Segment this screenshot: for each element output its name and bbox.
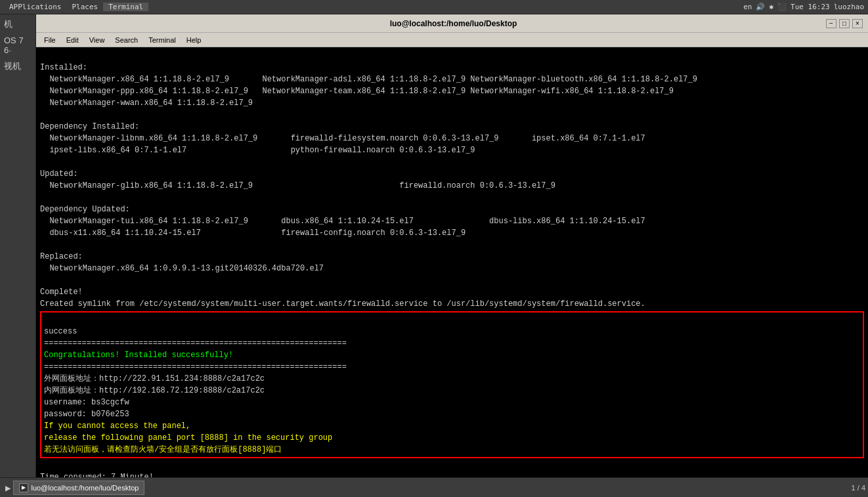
expand-arrow[interactable]: ▶ [3, 483, 13, 493]
applications-menu[interactable]: APPlications [4, 3, 66, 11]
menu-edit[interactable]: Edit [61, 35, 84, 45]
terminal-content[interactable]: Installed: NetworkManager.x86_64 1:1.18.… [36, 47, 868, 477]
taskbar: ▶ ▶ luo@localhost:/home/luo/Desktop 1 / … [0, 477, 868, 497]
menu-view[interactable]: View [84, 35, 110, 45]
sidebar-text-1: 机 [1, 17, 34, 32]
complete-label: Complete! [40, 288, 83, 297]
volume-icon: 🔊 [756, 3, 765, 11]
taskbar-item-label: luo@localhost:/home/luo/Desktop [31, 484, 139, 492]
time-consumed: Time consumed: 7 Minute! [40, 473, 154, 477]
installed-label: Installed: [40, 63, 87, 72]
dupd1: NetworkManager-tui.x86_64 1:1.18.8-2.el7… [40, 217, 645, 226]
menu-terminal[interactable]: Terminal [143, 35, 181, 45]
terminal-menu[interactable]: Terminal [103, 3, 148, 11]
upd1: NetworkManager-glib.x86_64 1:1.18.8-2.el… [40, 181, 555, 190]
system-bar: APPlications Places Terminal en 🔊 ✱ ⬛ Tu… [0, 0, 868, 14]
username-line: username: bs3cgcfw [44, 398, 129, 407]
terminal-window: luo@localhost:/home/luo/Desktop − □ × Fi… [36, 14, 868, 477]
warning1: If you cannot access the panel, [44, 421, 190, 431]
success-text: success [44, 327, 77, 336]
dep2: ipset-libs.x86_64 0:7.1-1.el7 python-fir… [40, 146, 475, 155]
password-line: password: b076e253 [44, 410, 129, 419]
taskbar-pagination: 1 / 4 [852, 484, 865, 492]
sep2: ========================================… [44, 362, 347, 372]
congrats-text: Congratulations! Installed successfully! [44, 351, 233, 360]
locale-indicator: en [743, 3, 752, 11]
menu-file[interactable]: File [39, 35, 61, 45]
nm-line3: NetworkManager-wwan.x86_64 1:1.18.8-2.el… [40, 98, 253, 108]
close-button[interactable]: × [852, 19, 863, 28]
warning2: release the following panel port [8888] … [44, 433, 332, 443]
dupd2: dbus-x11.x86_64 1:1.10.24-15.el7 firewal… [40, 228, 466, 238]
system-bar-right: en 🔊 ✱ ⬛ Tue 16:23 luozhao [743, 3, 864, 11]
menu-search[interactable]: Search [110, 35, 143, 45]
updated-label: Updated: [40, 169, 78, 179]
dep-installed-label: Dependency Installed: [40, 122, 139, 131]
bluetooth-icon: ✱ [769, 3, 773, 11]
replaced-label: Replaced: [40, 252, 83, 261]
maximize-button[interactable]: □ [839, 19, 850, 28]
clock: Tue 16:23 [791, 3, 830, 11]
symlink-line: Created symlink from /etc/systemd/system… [40, 299, 645, 309]
success-box: success ================================… [40, 311, 864, 458]
nm-line2: NetworkManager-ppp.x86_64 1:1.18.8-2.el7… [40, 87, 674, 96]
rep1: NetworkManager.x86_64 1:0.9.9.1-13.git20… [40, 264, 324, 273]
dep-updated-label: Dependency Updated: [40, 205, 130, 214]
network-icon: ⬛ [777, 3, 787, 11]
terminal-window-controls: − □ × [826, 19, 863, 28]
minimize-button[interactable]: − [826, 19, 836, 28]
taskbar-terminal-item[interactable]: ▶ luo@localhost:/home/luo/Desktop [13, 481, 144, 495]
sep1: ========================================… [44, 339, 347, 348]
external-url: 外网面板地址：http://222.91.151.234:8888/c2a17c… [44, 374, 265, 383]
places-menu[interactable]: Places [66, 3, 103, 11]
terminal-title: luo@localhost:/home/luo/Desktop [81, 19, 826, 28]
sidebar-text-3: 视机 [1, 59, 34, 74]
internal-url: 内网面板地址：http://192.168.72.129:8888/c2a17c… [44, 386, 265, 395]
menu-help[interactable]: Help [181, 35, 207, 45]
dep1: NetworkManager-libnm.x86_64 1:1.18.8-2.e… [40, 134, 645, 143]
sidebar-text-2: OS 7 6· [1, 34, 34, 56]
warning3: 若无法访问面板，请检查防火墙/安全组是否有放行面板[8888]端口 [44, 445, 282, 454]
nm-line1: NetworkManager.x86_64 1:1.18.8-2.el7_9 N… [40, 75, 697, 84]
terminal-menubar: File Edit View Search Terminal Help [36, 33, 868, 47]
system-bar-left: APPlications Places Terminal [4, 3, 148, 11]
taskbar-left: ▶ ▶ luo@localhost:/home/luo/Desktop [3, 481, 144, 495]
user-label: luozhao [834, 3, 864, 11]
left-sidebar: 机 OS 7 6· 视机 [0, 14, 36, 477]
terminal-icon: ▶ [19, 483, 28, 492]
terminal-titlebar: luo@localhost:/home/luo/Desktop − □ × [36, 14, 868, 33]
